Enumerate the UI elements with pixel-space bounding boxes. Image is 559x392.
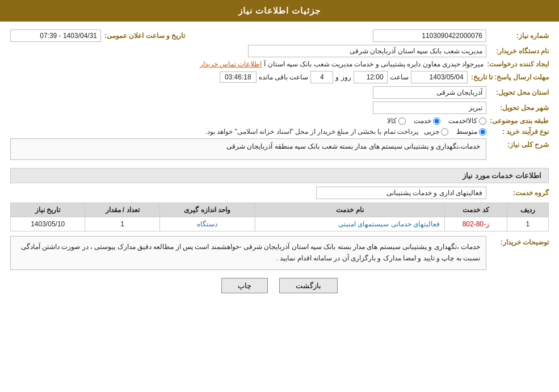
process-radio-group: جزیی متوسط xyxy=(424,128,486,136)
buyer-org-row: نام دستگاه خریدار: مدیریت شعب بانک سپه ا… xyxy=(10,45,549,57)
delivery-city-row: شهر محل تحویل: تبریز xyxy=(10,102,549,114)
response-remaining-value: 03:46:18 xyxy=(220,71,257,83)
category-radio-khedmat-input[interactable] xyxy=(433,117,440,125)
need-description-value: خدمات،نگهداری و پشتیبانی سیستم های مدار … xyxy=(10,138,486,160)
cell-unit: دستگاه xyxy=(159,217,255,231)
response-deadline-row: مهلت ارسال پاسخ: تا تاریخ: 1403/05/04 سا… xyxy=(10,71,549,83)
category-label: طبقه بندی موضوعی: xyxy=(486,117,549,125)
response-time-value: 12:00 xyxy=(354,71,388,83)
cell-row-num: 1 xyxy=(507,217,548,231)
requester-row: ایجاد کننده درخواست: میرجواد حیدری معاون… xyxy=(10,60,549,68)
process-radio-motavasset-input[interactable] xyxy=(479,128,486,136)
buyer-notes-label: توضیحات خریدار: xyxy=(486,236,549,246)
response-days-label: روز و xyxy=(335,73,351,81)
announce-date-value: 1403/04/31 - 07:39 xyxy=(10,29,101,42)
page-container: جزئیات اطلاعات نیاز شماره نیاز: 11030904… xyxy=(0,0,559,392)
service-group-label: گروه خدمت: xyxy=(486,189,549,197)
print-button[interactable]: چاپ xyxy=(221,278,268,293)
need-number-value: 1103090422000076 xyxy=(373,29,486,42)
cell-service-code: ز-80-802 xyxy=(444,217,507,231)
category-radio-kala-khedmat-input[interactable] xyxy=(479,117,486,125)
process-label: نوع فرآیند خرید : xyxy=(486,128,549,136)
service-group-value: فعالیتهای اداری و خدمات پشتیبانی xyxy=(316,187,486,199)
col-header-code: کد خدمت xyxy=(444,203,507,217)
process-jozii-label: جزیی xyxy=(424,128,439,136)
cell-service-name: فعالیتهای خدماتی سیستمهای امنیتی xyxy=(255,217,444,231)
category-row: طبقه بندی موضوعی: کالا خدمت کالا/خدمت xyxy=(10,117,549,125)
buyer-org-value: مدیریت شعب بانک سپه استان آذربایجان شرقی xyxy=(248,45,486,57)
response-deadline-label: مهلت ارسال پاسخ: تا تاریخ: xyxy=(468,73,549,81)
need-number-row: شماره نیاز: 1103090422000076 تاریخ و ساع… xyxy=(10,29,549,42)
process-radio-jozii-input[interactable] xyxy=(441,128,448,136)
col-header-unit: واحد اندازه گیری xyxy=(159,203,255,217)
response-days-value: 4 xyxy=(310,71,333,83)
process-note: پرداخت تمام یا بخشی از مبلغ خریدار از مح… xyxy=(205,128,418,136)
process-row: نوع فرآیند خرید : جزیی متوسط پرداخت تمام… xyxy=(10,128,549,136)
page-header: جزئیات اطلاعات نیاز xyxy=(0,0,559,22)
need-number-label: شماره نیاز: xyxy=(486,32,549,40)
services-table: ردیف کد خدمت نام خدمت واحد اندازه گیری ت… xyxy=(10,203,549,231)
services-info-title: اطلاعات خدمات مورد نیاز xyxy=(10,168,549,183)
col-header-date: تاریخ نیاز xyxy=(11,203,85,217)
category-kala-khedmat-label: کالا/خدمت xyxy=(448,117,477,125)
process-radio-motavasset[interactable]: متوسط xyxy=(456,128,486,136)
response-date-value: 1403/05/04 xyxy=(411,71,468,83)
col-header-row: ردیف xyxy=(507,203,548,217)
category-radio-khedmat[interactable]: خدمت xyxy=(414,117,440,125)
category-khedmat-label: خدمت xyxy=(414,117,431,125)
delivery-city-label: شهر محل تحویل: xyxy=(486,104,549,112)
category-radio-kala-input[interactable] xyxy=(398,117,406,125)
back-button[interactable]: بازگشت xyxy=(279,278,338,293)
col-header-name: نام خدمت xyxy=(255,203,444,217)
service-group-row: گروه خدمت: فعالیتهای اداری و خدمات پشتیب… xyxy=(10,187,549,199)
response-time-label: ساعت xyxy=(390,73,409,81)
cell-date: 1403/05/10 xyxy=(11,217,85,231)
category-radio-kala[interactable]: کالا xyxy=(387,117,406,125)
bottom-buttons: بازگشت چاپ xyxy=(10,278,549,302)
delivery-city-value: تبریز xyxy=(373,102,486,114)
process-motavasset-label: متوسط xyxy=(456,128,477,136)
need-description-row: شرح کلی نیاز: خدمات،نگهداری و پشتیبانی س… xyxy=(10,138,549,162)
page-title: جزئیات اطلاعات نیاز xyxy=(238,6,321,15)
announce-date-label: تاریخ و ساعت اعلان عمومی: xyxy=(101,32,185,40)
content-area: شماره نیاز: 1103090422000076 تاریخ و ساع… xyxy=(0,22,559,310)
requester-contact-link[interactable]: اطلاعات تماس خریدار xyxy=(200,60,262,68)
buyer-notes-value: خدمات ،نگهداری و پشتیبانی سیستم های مدار… xyxy=(10,236,486,270)
category-kala-label: کالا xyxy=(387,117,397,125)
cell-quantity: 1 xyxy=(85,217,159,231)
need-description-label: شرح کلی نیاز: xyxy=(486,138,549,149)
col-header-qty: تعداد / مقدار xyxy=(85,203,159,217)
delivery-province-value: آذربایجان شرقی xyxy=(373,86,486,99)
process-radio-jozii[interactable]: جزیی xyxy=(424,128,448,136)
delivery-province-label: استان محل تحویل: xyxy=(486,88,549,96)
delivery-province-row: استان محل تحویل: آذربایجان شرقی xyxy=(10,86,549,99)
buyer-org-label: نام دستگاه خریدار: xyxy=(486,47,549,55)
buyer-notes-row: توضیحات خریدار: خدمات ،نگهداری و پشتیبان… xyxy=(10,236,549,270)
table-row: 1 ز-80-802 فعالیتهای خدماتی سیستمهای امن… xyxy=(11,217,549,231)
category-radio-group: کالا خدمت کالا/خدمت xyxy=(387,117,486,125)
requester-value: میرجواد حیدری معاون دایره پشتیبانی و خدم… xyxy=(264,60,484,68)
category-radio-kala-khedmat[interactable]: کالا/خدمت xyxy=(448,117,486,125)
remaining-label: ساعت باقی مانده xyxy=(259,73,309,81)
requester-label: ایجاد کننده درخواست: xyxy=(484,60,549,68)
